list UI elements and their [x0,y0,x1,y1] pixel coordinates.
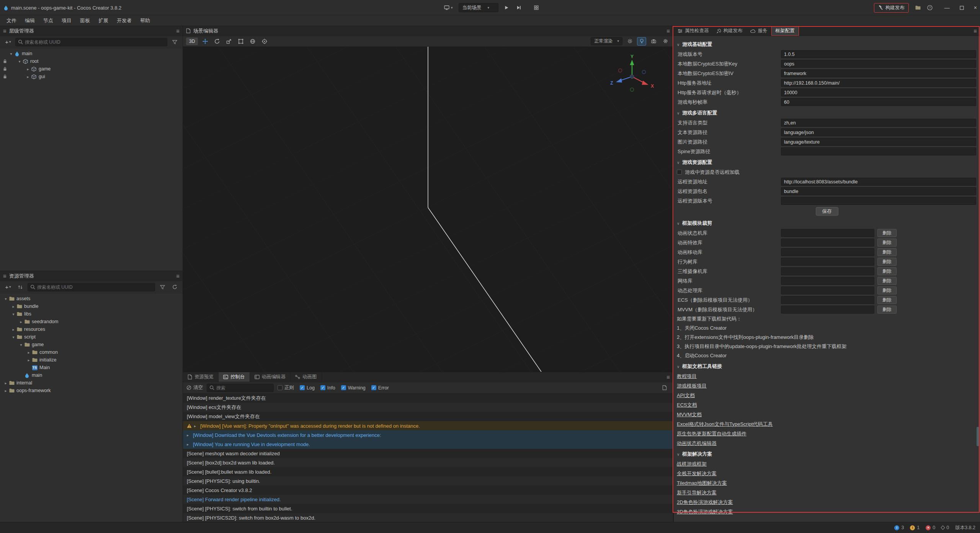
menu-item[interactable]: 节点 [39,15,57,26]
tree-item[interactable]: ▸game [2,65,183,73]
program-manager-icon[interactable] [915,5,921,10]
property-input[interactable] [781,147,976,155]
panel-options-icon[interactable]: ≡ [176,273,180,279]
property-input[interactable] [781,197,976,205]
clear-console-button[interactable]: 清空 [186,384,203,391]
sun-icon[interactable] [625,37,634,46]
doc-link[interactable]: Excel格式转Json文件与TypeScript代码工具 [677,421,773,428]
delete-button[interactable]: 删除 [877,286,897,294]
expand-arrow-icon[interactable]: ▸ [194,424,198,428]
property-input[interactable]: 1.0.5 [781,50,976,58]
menu-item[interactable]: 编辑 [21,15,39,26]
panel-options-icon[interactable]: ≡ [973,28,977,34]
panel-options-icon[interactable]: ≡ [666,374,673,380]
lock-icon[interactable] [2,59,8,64]
menu-item[interactable]: 扩展 [94,15,113,26]
console-filter-toggle[interactable]: ✓Error [371,385,389,391]
section-header[interactable]: ∨游戏资源配置 [677,157,977,167]
preview-device-button[interactable]: ▾ [442,3,455,12]
doc-link[interactable]: 教程项目 [677,373,697,380]
doc-link[interactable]: ECS文档 [677,402,697,409]
panel-options-icon[interactable]: ≡ [176,28,180,34]
property-input[interactable]: framework [781,69,976,77]
status-error[interactable]: ×0 [926,525,935,530]
checkbox[interactable] [677,170,682,175]
console-tab[interactable]: 动画图 [291,372,322,382]
doc-link[interactable]: 新手引导解决方案 [677,489,717,496]
tree-item[interactable]: TSMain [2,364,183,371]
console-tab[interactable]: 资源预览 [183,372,219,382]
module-input[interactable] [781,229,874,237]
module-input[interactable] [781,248,874,256]
doc-link[interactable]: 动画状态机编辑器 [677,440,717,447]
expand-arrow-icon[interactable]: ▸ [187,442,191,446]
log-row[interactable]: [Scene] Forward render pipeline initiali… [183,495,673,504]
pivot-toggle[interactable] [260,37,269,46]
play-button[interactable] [502,3,511,12]
refresh-icon[interactable] [170,283,180,291]
console-filter-toggle[interactable]: ✓Log [300,385,315,391]
scrollbar-thumb[interactable] [977,427,979,446]
log-row[interactable]: ▸[Window] You are running Vue in develop… [183,440,673,449]
property-input[interactable]: language/texture [781,138,976,146]
sort-icon[interactable] [15,283,25,291]
scene-select[interactable]: 当前场景▾ [459,3,498,12]
console-search-input[interactable] [216,385,271,391]
doc-link[interactable]: API文档 [677,392,695,399]
expand-arrow-icon[interactable]: ▸ [26,350,31,355]
expand-arrow-icon[interactable]: ▸ [25,67,31,71]
console-filter-toggle[interactable]: 正则 [278,384,294,391]
menu-item[interactable]: 面板 [76,15,94,26]
tree-item[interactable]: ▾libs [2,310,183,318]
tree-item[interactable]: ▸resources [2,325,183,333]
status-warning[interactable]: !1 [910,525,920,530]
property-input[interactable]: 10000 [781,88,976,96]
inspector-tab[interactable]: 服务 [746,26,771,36]
log-row[interactable]: [Scene] Cocos Creator v3.8.2 [183,486,673,495]
doc-link[interactable]: 游戏模板项目 [677,383,707,389]
property-input[interactable]: http://localhost:8083/assets/bundle [781,178,976,186]
log-row[interactable]: [Window] ecs文件夹存在 [183,403,673,412]
expand-arrow-icon[interactable]: ▸ [11,327,16,332]
section-header[interactable]: ∨游戏基础配置 [677,39,977,49]
menu-item[interactable]: 项目 [57,15,76,26]
create-node-button[interactable]: +▾ [3,38,13,46]
section-header[interactable]: ∨框架模块裁剪 [677,218,977,228]
delete-button[interactable]: 删除 [877,248,897,256]
tree-item[interactable]: ▸seedrandom [2,318,183,325]
property-input[interactable]: oops [781,60,976,68]
menu-item[interactable]: 帮助 [136,15,154,26]
tree-item[interactable]: main [2,371,183,379]
console-tab[interactable]: 控制台 [219,372,250,382]
close-button[interactable]: × [974,5,977,11]
delete-button[interactable]: 删除 [877,306,897,314]
log-row[interactable]: [Scene] [box2d]:box2d wasm lib loaded. [183,458,673,467]
lock-icon[interactable] [2,67,8,71]
console-filter-toggle[interactable]: ✓Info [320,385,335,391]
inspector-tab[interactable]: 框架配置 [771,26,799,36]
collapse-arrow-icon[interactable]: ▾ [8,52,14,56]
doc-link[interactable]: 2D角色扮演游戏解决方案 [677,499,733,506]
world-space-toggle[interactable] [248,37,257,46]
console-search-box[interactable] [207,384,274,392]
delete-button[interactable]: 删除 [877,239,897,247]
light-toggle[interactable] [637,37,646,46]
axis-neg-z[interactable] [642,70,646,74]
assets-search-input[interactable] [37,284,152,290]
gear-icon[interactable] [661,37,670,46]
delete-button[interactable]: 删除 [877,258,897,266]
module-input[interactable] [781,286,874,294]
expand-arrow-icon[interactable]: ▸ [187,433,191,437]
hierarchy-search-box[interactable] [15,38,167,46]
assets-search-box[interactable] [28,283,155,291]
delete-button[interactable]: 删除 [877,229,897,237]
export-log-icon[interactable] [660,384,670,392]
doc-link[interactable]: 战棋游戏框架 [677,461,707,468]
expand-arrow-icon[interactable]: ▸ [11,304,16,309]
tree-item[interactable]: ▸initialize [2,356,183,364]
scale-tool-button[interactable] [224,37,234,46]
log-row[interactable]: [Scene] [PHYSICS2D]: switch from box2d-w… [183,513,673,522]
inspector-tab[interactable]: 属性检查器 [674,26,713,36]
step-button[interactable] [514,3,523,12]
module-input[interactable] [781,306,874,314]
